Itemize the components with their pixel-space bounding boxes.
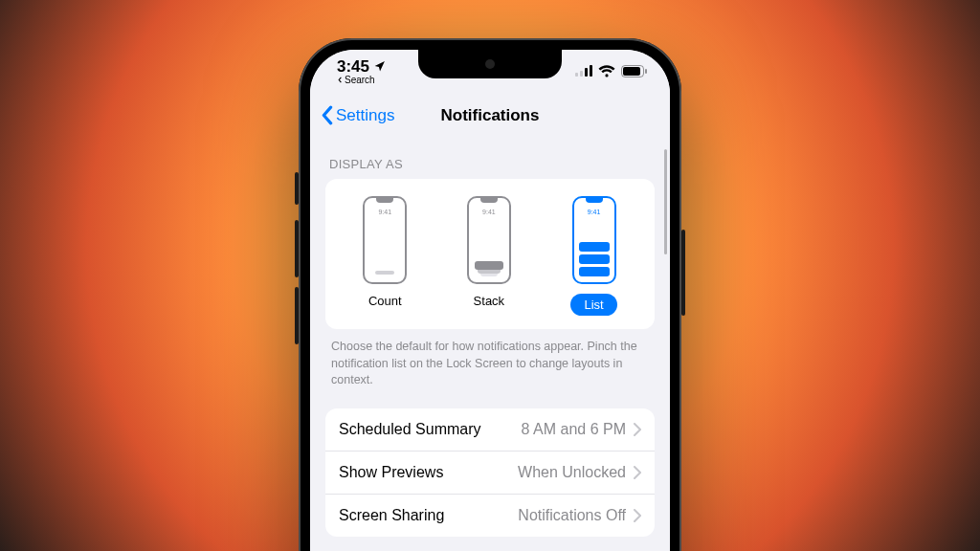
row-label: Screen Sharing bbox=[339, 507, 444, 524]
status-right bbox=[575, 65, 647, 77]
row-value: When Unlocked bbox=[518, 464, 626, 481]
status-time-text: 3:45 bbox=[337, 57, 369, 77]
volume-down-button bbox=[295, 287, 299, 344]
preview-phone-stack: 9:41 bbox=[467, 196, 511, 284]
preview-time: 9:41 bbox=[365, 209, 405, 215]
svg-rect-1 bbox=[580, 71, 583, 77]
row-screen-sharing[interactable]: Screen Sharing Notifications Off bbox=[325, 495, 655, 537]
svg-rect-5 bbox=[623, 67, 640, 76]
row-value: 8 AM and 6 PM bbox=[522, 421, 626, 438]
power-button bbox=[681, 230, 685, 316]
row-show-previews[interactable]: Show Previews When Unlocked bbox=[325, 452, 655, 495]
section-header-display-as: DISPLAY AS bbox=[325, 140, 655, 179]
preview-phone-count: 9:41 bbox=[363, 196, 407, 284]
cellular-icon bbox=[575, 65, 592, 77]
location-icon bbox=[373, 60, 386, 73]
svg-rect-3 bbox=[590, 65, 592, 77]
row-scheduled-summary[interactable]: Scheduled Summary 8 AM and 6 PM bbox=[325, 408, 655, 452]
content: DISPLAY AS 9:41 Count 9:4 bbox=[310, 140, 670, 551]
display-as-card: 9:41 Count 9:41 Stack bbox=[325, 179, 655, 329]
svg-rect-0 bbox=[575, 73, 578, 77]
nav-title: Notifications bbox=[441, 106, 540, 125]
option-label-list: List bbox=[570, 294, 616, 316]
option-label-stack: Stack bbox=[474, 294, 505, 308]
nav-back-label: Settings bbox=[336, 106, 394, 125]
svg-rect-6 bbox=[645, 69, 647, 74]
status-time: 3:45 bbox=[337, 57, 386, 77]
battery-icon bbox=[621, 65, 647, 77]
chevron-right-icon bbox=[634, 466, 641, 479]
display-option-count[interactable]: 9:41 Count bbox=[363, 196, 407, 316]
nav-bar: Settings Notifications bbox=[310, 92, 670, 140]
mute-switch bbox=[295, 172, 299, 205]
chevron-right-icon bbox=[634, 423, 641, 436]
display-as-options: 9:41 Count 9:41 Stack bbox=[325, 179, 655, 329]
svg-rect-2 bbox=[585, 68, 588, 77]
screen: 3:45 Search bbox=[310, 50, 670, 551]
status-left: 3:45 Search bbox=[337, 57, 386, 85]
wifi-icon bbox=[598, 65, 615, 77]
phone-frame: 3:45 Search bbox=[299, 38, 681, 551]
status-back-to-app[interactable]: Search bbox=[337, 75, 386, 85]
caret-left-icon bbox=[337, 77, 344, 83]
chevron-right-icon bbox=[634, 509, 641, 522]
display-as-help: Choose the default for how notifications… bbox=[325, 329, 655, 408]
preview-time: 9:41 bbox=[469, 209, 509, 215]
notch bbox=[418, 50, 562, 78]
settings-list: Scheduled Summary 8 AM and 6 PM Show Pre… bbox=[325, 408, 655, 537]
status-back-label: Search bbox=[345, 75, 375, 85]
preview-phone-list: 9:41 bbox=[572, 196, 616, 284]
display-option-list[interactable]: 9:41 List bbox=[570, 196, 616, 316]
option-label-count: Count bbox=[368, 294, 402, 308]
row-label: Show Previews bbox=[339, 464, 443, 481]
nav-back-button[interactable]: Settings bbox=[322, 105, 394, 125]
chevron-left-icon bbox=[322, 105, 334, 125]
preview-time: 9:41 bbox=[574, 209, 614, 215]
volume-up-button bbox=[295, 220, 299, 277]
row-label: Scheduled Summary bbox=[339, 421, 481, 438]
display-option-stack[interactable]: 9:41 Stack bbox=[467, 196, 511, 316]
scrollbar[interactable] bbox=[664, 149, 667, 254]
row-value: Notifications Off bbox=[518, 507, 626, 524]
